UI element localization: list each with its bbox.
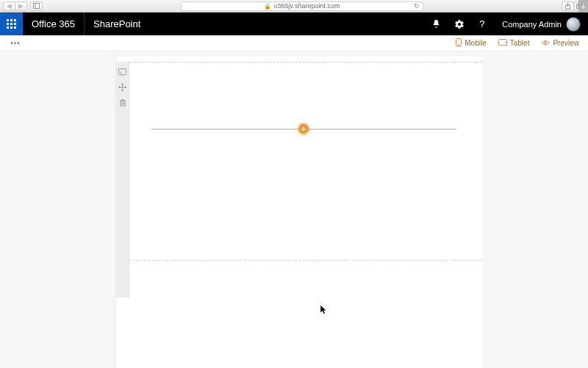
svg-point-9: [505, 42, 506, 43]
svg-rect-15: [121, 101, 125, 106]
tablet-view-button[interactable]: Tablet: [492, 39, 536, 47]
browser-toolbar: ◀ ▶ 🔒 o365jv.sharepoint.com ↻ +: [0, 0, 588, 13]
svg-rect-11: [119, 68, 126, 74]
command-bar: ••• Mobile Tablet Preview: [0, 35, 588, 52]
tablet-label: Tablet: [510, 39, 530, 47]
suite-bar: Office 365 SharePoint ? Company Admin: [0, 13, 588, 35]
help-button[interactable]: ?: [470, 13, 493, 35]
avatar: [566, 17, 581, 32]
user-name: Company Admin: [502, 20, 562, 29]
lock-icon: 🔒: [264, 3, 271, 10]
move-section-button[interactable]: [118, 83, 126, 91]
share-button[interactable]: [562, 1, 574, 11]
page-canvas: +: [0, 52, 588, 368]
preview-icon: [541, 39, 550, 47]
section-toolbar: [116, 62, 129, 297]
user-menu[interactable]: Company Admin: [493, 17, 588, 32]
mobile-view-button[interactable]: Mobile: [450, 38, 492, 48]
add-webpart-button[interactable]: +: [298, 124, 309, 134]
back-button[interactable]: ◀: [3, 1, 15, 11]
suite-brand[interactable]: Office 365: [23, 18, 84, 29]
svg-point-10: [545, 42, 547, 44]
preview-label: Preview: [553, 39, 579, 47]
notifications-button[interactable]: [425, 13, 448, 35]
address-bar-wrap: 🔒 o365jv.sharepoint.com ↻: [42, 1, 562, 11]
mobile-label: Mobile: [465, 39, 486, 47]
svg-rect-0: [34, 4, 40, 9]
delete-section-button[interactable]: [118, 99, 126, 107]
mouse-cursor: [320, 305, 327, 318]
tablet-icon: [498, 39, 507, 47]
app-launcher-button[interactable]: [0, 13, 23, 35]
browser-nav-group: ◀ ▶: [0, 1, 42, 11]
plus-icon: +: [301, 125, 306, 133]
svg-line-12: [120, 72, 121, 74]
more-actions-button[interactable]: •••: [0, 39, 31, 47]
preview-button[interactable]: Preview: [535, 39, 588, 47]
reload-icon[interactable]: ↻: [414, 2, 420, 10]
new-tab-button[interactable]: +: [578, 0, 588, 13]
mobile-icon: [456, 38, 462, 48]
edit-section-button[interactable]: [118, 68, 126, 76]
app-name[interactable]: SharePoint: [84, 13, 149, 35]
section-boundary-bottom: [129, 260, 482, 261]
page-surface[interactable]: [116, 57, 482, 368]
waffle-icon: [7, 19, 16, 29]
forward-button[interactable]: ▶: [15, 1, 27, 11]
address-url: o365jv.sharepoint.com: [274, 2, 340, 10]
section-boundary-top: [129, 62, 482, 63]
address-bar[interactable]: 🔒 o365jv.sharepoint.com ↻: [181, 1, 423, 11]
sidebar-toggle-button[interactable]: [30, 1, 43, 11]
settings-button[interactable]: [448, 13, 470, 35]
